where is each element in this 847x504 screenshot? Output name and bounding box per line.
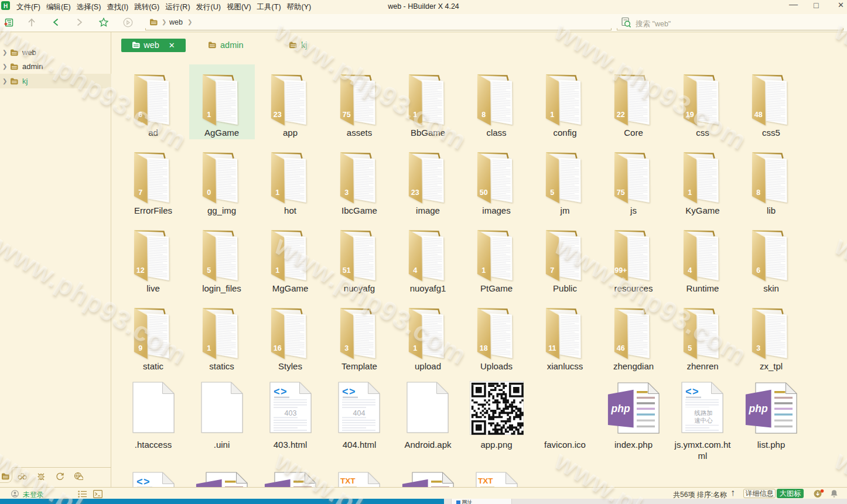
svg-text:3: 3 xyxy=(756,344,760,352)
svg-text:12: 12 xyxy=(136,266,145,275)
svg-text:1: 1 xyxy=(550,111,554,119)
svg-text:9: 9 xyxy=(138,344,142,352)
svg-text:18: 18 xyxy=(480,344,488,352)
svg-text:16: 16 xyxy=(274,344,282,352)
svg-text:11: 11 xyxy=(548,344,556,352)
svg-text:4: 4 xyxy=(413,266,417,275)
svg-text:99+: 99+ xyxy=(614,266,627,275)
svg-text:5: 5 xyxy=(207,266,211,275)
svg-text:23: 23 xyxy=(411,188,419,197)
svg-text:3: 3 xyxy=(344,188,349,197)
svg-text:<>: <> xyxy=(274,386,288,397)
svg-text:TXT: TXT xyxy=(340,476,356,485)
svg-text:75: 75 xyxy=(617,188,625,197)
svg-text:1: 1 xyxy=(275,266,279,275)
svg-text:1: 1 xyxy=(207,111,211,119)
svg-text:<>: <> xyxy=(342,386,356,397)
svg-text:1: 1 xyxy=(688,188,692,197)
svg-text:TXT: TXT xyxy=(478,476,493,485)
svg-text:22: 22 xyxy=(617,111,625,119)
svg-text:3: 3 xyxy=(344,344,349,352)
svg-text:19: 19 xyxy=(686,111,694,119)
svg-text:1: 1 xyxy=(413,344,417,352)
svg-text:6: 6 xyxy=(756,266,760,275)
svg-text:速中心: 速中心 xyxy=(694,417,713,424)
svg-text:23: 23 xyxy=(274,111,282,119)
svg-text:7: 7 xyxy=(138,188,142,197)
svg-text:0: 0 xyxy=(207,188,211,197)
svg-text:8: 8 xyxy=(756,188,760,197)
svg-text:1: 1 xyxy=(481,266,486,275)
svg-text:<>: <> xyxy=(685,386,699,397)
svg-text:线路加: 线路加 xyxy=(694,409,713,416)
svg-text:1: 1 xyxy=(413,111,417,119)
svg-text:5: 5 xyxy=(550,188,554,197)
svg-text:75: 75 xyxy=(343,111,351,119)
svg-text:1: 1 xyxy=(207,344,211,352)
svg-text:8: 8 xyxy=(481,111,486,119)
svg-text:5: 5 xyxy=(688,344,692,352)
svg-text:4: 4 xyxy=(688,266,692,275)
svg-text:403: 403 xyxy=(285,409,297,417)
svg-text:404: 404 xyxy=(353,409,366,417)
svg-text:6: 6 xyxy=(138,111,142,119)
svg-text:50: 50 xyxy=(480,188,488,197)
svg-text:48: 48 xyxy=(754,111,763,119)
svg-text:46: 46 xyxy=(617,344,625,352)
svg-text:7: 7 xyxy=(550,266,554,275)
svg-text:1: 1 xyxy=(275,188,279,197)
svg-text:<>: <> xyxy=(136,476,151,488)
svg-text:51: 51 xyxy=(343,266,351,275)
